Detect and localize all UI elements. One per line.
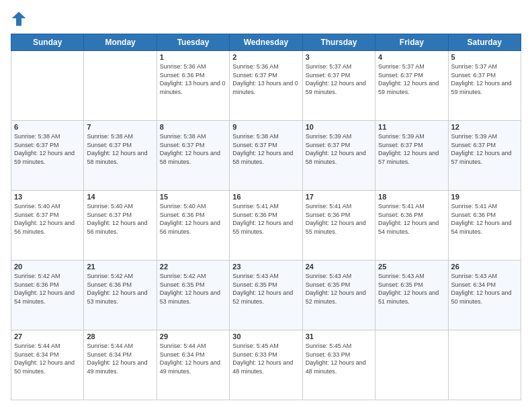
calendar-cell: 16 Sunrise: 5:41 AMSunset: 6:36 PMDaylig… [230, 191, 302, 261]
day-number: 19 [451, 193, 518, 201]
day-info: Sunrise: 5:44 AMSunset: 6:34 PMDaylight:… [87, 342, 153, 375]
day-number: 15 [160, 193, 226, 201]
day-number: 4 [378, 53, 445, 61]
calendar-cell: 1 Sunrise: 5:36 AMSunset: 6:36 PMDayligh… [157, 51, 229, 121]
day-info: Sunrise: 5:43 AMSunset: 6:35 PMDaylight:… [306, 272, 372, 306]
logo-icon [11, 11, 27, 27]
day-info: Sunrise: 5:44 AMSunset: 6:34 PMDaylight:… [14, 342, 81, 375]
calendar-week-row: 20 Sunrise: 5:42 AMSunset: 6:36 PMDaylig… [11, 261, 521, 330]
day-info: Sunrise: 5:38 AMSunset: 6:37 PMDaylight:… [160, 132, 226, 166]
day-info: Sunrise: 5:42 AMSunset: 6:36 PMDaylight:… [14, 272, 81, 306]
calendar-cell: 28 Sunrise: 5:44 AMSunset: 6:34 PMDaylig… [84, 330, 157, 400]
day-info: Sunrise: 5:45 AMSunset: 6:33 PMDaylight:… [306, 342, 372, 375]
day-number: 17 [306, 193, 372, 201]
day-number: 26 [451, 263, 518, 271]
day-number: 5 [451, 53, 518, 61]
calendar-cell: 7 Sunrise: 5:38 AMSunset: 6:37 PMDayligh… [84, 121, 157, 191]
day-of-week-header: Sunday [11, 34, 84, 51]
day-info: Sunrise: 5:39 AMSunset: 6:37 PMDaylight:… [451, 132, 518, 166]
day-info: Sunrise: 5:41 AMSunset: 6:36 PMDaylight:… [232, 202, 299, 236]
day-info: Sunrise: 5:37 AMSunset: 6:37 PMDaylight:… [306, 62, 372, 96]
day-number: 8 [160, 123, 226, 131]
calendar-cell: 29 Sunrise: 5:44 AMSunset: 6:34 PMDaylig… [157, 330, 229, 400]
day-number: 6 [14, 123, 81, 131]
day-info: Sunrise: 5:38 AMSunset: 6:37 PMDaylight:… [14, 132, 81, 166]
day-number: 22 [160, 263, 226, 271]
header [11, 11, 521, 27]
calendar-cell: 8 Sunrise: 5:38 AMSunset: 6:37 PMDayligh… [157, 121, 229, 191]
day-info: Sunrise: 5:40 AMSunset: 6:37 PMDaylight:… [87, 202, 153, 236]
day-info: Sunrise: 5:37 AMSunset: 6:37 PMDaylight:… [451, 62, 518, 96]
calendar-cell: 24 Sunrise: 5:43 AMSunset: 6:35 PMDaylig… [302, 261, 375, 330]
logo [11, 11, 30, 27]
day-number: 16 [232, 193, 299, 201]
calendar-cell: 13 Sunrise: 5:40 AMSunset: 6:37 PMDaylig… [11, 191, 84, 261]
day-info: Sunrise: 5:41 AMSunset: 6:36 PMDaylight:… [378, 202, 445, 236]
calendar-cell [448, 330, 521, 400]
day-number: 14 [87, 193, 153, 201]
calendar-cell [11, 51, 84, 121]
day-info: Sunrise: 5:45 AMSunset: 6:33 PMDaylight:… [232, 342, 299, 375]
day-info: Sunrise: 5:40 AMSunset: 6:37 PMDaylight:… [14, 202, 81, 236]
calendar-table: SundayMondayTuesdayWednesdayThursdayFrid… [11, 34, 521, 400]
day-of-week-header: Tuesday [157, 34, 229, 51]
calendar-cell: 18 Sunrise: 5:41 AMSunset: 6:36 PMDaylig… [375, 191, 448, 261]
day-number: 1 [160, 53, 226, 61]
day-number: 9 [232, 123, 299, 131]
day-info: Sunrise: 5:43 AMSunset: 6:35 PMDaylight:… [232, 272, 299, 306]
day-number: 10 [306, 123, 372, 131]
calendar-cell: 5 Sunrise: 5:37 AMSunset: 6:37 PMDayligh… [448, 51, 521, 121]
day-info: Sunrise: 5:42 AMSunset: 6:36 PMDaylight:… [87, 272, 153, 306]
day-info: Sunrise: 5:42 AMSunset: 6:35 PMDaylight:… [160, 272, 226, 306]
calendar-cell: 9 Sunrise: 5:38 AMSunset: 6:37 PMDayligh… [230, 121, 302, 191]
day-number: 28 [87, 332, 153, 340]
day-of-week-header: Friday [375, 34, 448, 51]
day-number: 13 [14, 193, 81, 201]
calendar-cell: 17 Sunrise: 5:41 AMSunset: 6:36 PMDaylig… [302, 191, 375, 261]
calendar-cell: 6 Sunrise: 5:38 AMSunset: 6:37 PMDayligh… [11, 121, 84, 191]
day-info: Sunrise: 5:40 AMSunset: 6:36 PMDaylight:… [160, 202, 226, 236]
day-number: 21 [87, 263, 153, 271]
day-info: Sunrise: 5:37 AMSunset: 6:37 PMDaylight:… [378, 62, 445, 96]
day-info: Sunrise: 5:43 AMSunset: 6:34 PMDaylight:… [451, 272, 518, 306]
calendar-cell: 31 Sunrise: 5:45 AMSunset: 6:33 PMDaylig… [302, 330, 375, 400]
day-number: 29 [160, 332, 226, 340]
calendar-cell: 3 Sunrise: 5:37 AMSunset: 6:37 PMDayligh… [302, 51, 375, 121]
calendar-cell: 20 Sunrise: 5:42 AMSunset: 6:36 PMDaylig… [11, 261, 84, 330]
day-number: 27 [14, 332, 81, 340]
calendar-week-row: 27 Sunrise: 5:44 AMSunset: 6:34 PMDaylig… [11, 330, 521, 400]
calendar-cell: 21 Sunrise: 5:42 AMSunset: 6:36 PMDaylig… [84, 261, 157, 330]
calendar-cell: 23 Sunrise: 5:43 AMSunset: 6:35 PMDaylig… [230, 261, 302, 330]
day-number: 24 [306, 263, 372, 271]
day-info: Sunrise: 5:36 AMSunset: 6:36 PMDaylight:… [160, 62, 226, 96]
calendar-cell: 2 Sunrise: 5:36 AMSunset: 6:37 PMDayligh… [230, 51, 302, 121]
calendar-week-row: 13 Sunrise: 5:40 AMSunset: 6:37 PMDaylig… [11, 191, 521, 261]
calendar-cell: 25 Sunrise: 5:43 AMSunset: 6:35 PMDaylig… [375, 261, 448, 330]
day-info: Sunrise: 5:36 AMSunset: 6:37 PMDaylight:… [232, 62, 299, 96]
day-number: 11 [378, 123, 445, 131]
day-of-week-header: Monday [84, 34, 157, 51]
day-of-week-header: Saturday [448, 34, 521, 51]
calendar-cell: 12 Sunrise: 5:39 AMSunset: 6:37 PMDaylig… [448, 121, 521, 191]
day-number: 31 [306, 332, 372, 340]
day-of-week-header: Thursday [302, 34, 375, 51]
calendar-cell: 14 Sunrise: 5:40 AMSunset: 6:37 PMDaylig… [84, 191, 157, 261]
page: SundayMondayTuesdayWednesdayThursdayFrid… [0, 0, 532, 411]
day-info: Sunrise: 5:43 AMSunset: 6:35 PMDaylight:… [378, 272, 445, 306]
day-info: Sunrise: 5:41 AMSunset: 6:36 PMDaylight:… [306, 202, 372, 236]
day-number: 30 [232, 332, 299, 340]
calendar-cell: 4 Sunrise: 5:37 AMSunset: 6:37 PMDayligh… [375, 51, 448, 121]
calendar-week-row: 1 Sunrise: 5:36 AMSunset: 6:36 PMDayligh… [11, 51, 521, 121]
day-number: 20 [14, 263, 81, 271]
calendar-cell [84, 51, 157, 121]
day-number: 23 [232, 263, 299, 271]
day-number: 12 [451, 123, 518, 131]
day-info: Sunrise: 5:39 AMSunset: 6:37 PMDaylight:… [378, 132, 445, 166]
calendar-cell [375, 330, 448, 400]
day-number: 18 [378, 193, 445, 201]
calendar-cell: 19 Sunrise: 5:41 AMSunset: 6:36 PMDaylig… [448, 191, 521, 261]
calendar-cell: 11 Sunrise: 5:39 AMSunset: 6:37 PMDaylig… [375, 121, 448, 191]
calendar-cell: 22 Sunrise: 5:42 AMSunset: 6:35 PMDaylig… [157, 261, 229, 330]
day-number: 2 [232, 53, 299, 61]
day-info: Sunrise: 5:38 AMSunset: 6:37 PMDaylight:… [87, 132, 153, 166]
